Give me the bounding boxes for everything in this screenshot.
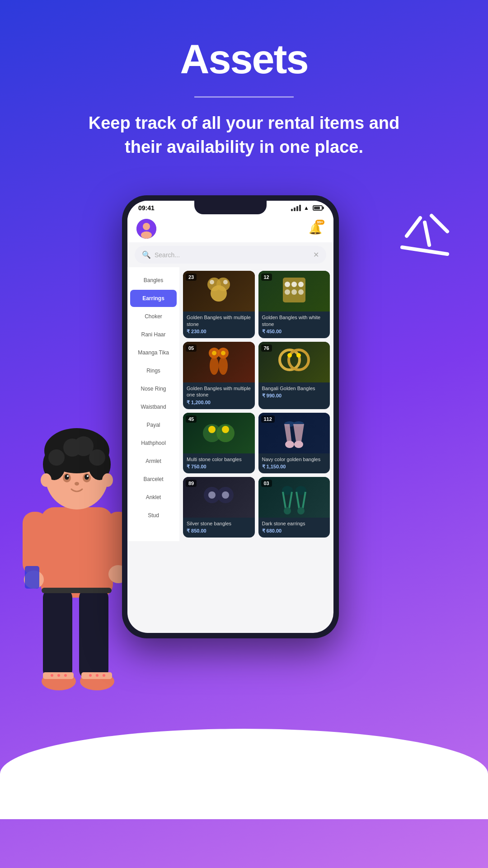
- header-divider: [194, 96, 294, 98]
- product-name: Golden Bangles with multiple one stone: [187, 385, 251, 398]
- app-header: 🔔 99+: [127, 213, 333, 242]
- svg-point-37: [96, 674, 99, 677]
- product-card[interactable]: 89 Silver stone bangles ₹ 850.00: [183, 477, 255, 538]
- notification-badge: 99+: [315, 220, 324, 225]
- svg-point-21: [84, 474, 89, 480]
- search-clear-icon[interactable]: ✕: [313, 250, 319, 259]
- product-price: ₹ 750.00: [187, 464, 251, 470]
- sidebar-item-earrings[interactable]: Earrings: [130, 290, 177, 307]
- product-price: ₹ 450.00: [262, 329, 327, 335]
- svg-point-59: [212, 351, 216, 355]
- product-info: Silver stone bangles ₹ 850.00: [183, 518, 255, 538]
- svg-point-53: [291, 289, 297, 295]
- sidebar-item-waistband[interactable]: Waistband: [130, 398, 177, 415]
- status-time: 09:41: [138, 204, 155, 212]
- svg-point-45: [211, 285, 227, 302]
- notification-button[interactable]: 🔔 99+: [306, 220, 324, 238]
- product-badge: 112: [261, 415, 275, 423]
- bottom-section: [0, 729, 488, 819]
- svg-rect-5: [23, 512, 47, 575]
- svg-rect-39: [42, 588, 112, 593]
- product-info: Bangali Golden Bangles ₹ 990.00: [258, 382, 330, 402]
- product-info: Dark stone earrings ₹ 680.00: [258, 518, 330, 538]
- product-badge: 89: [186, 480, 197, 487]
- svg-point-23: [87, 475, 89, 477]
- signal-bar-1: [291, 209, 293, 211]
- signal-bar-4: [299, 205, 301, 211]
- sidebar-item-maanga-tika[interactable]: Maanga Tika: [130, 344, 177, 361]
- svg-point-64: [296, 353, 301, 358]
- header-section: Assets Keep track of all your rental ite…: [86, 0, 402, 177]
- product-card[interactable]: 23 Golden Bangles with multiple stone ₹ …: [183, 271, 255, 338]
- svg-line-2: [432, 216, 447, 231]
- svg-line-3: [402, 247, 447, 254]
- svg-point-47: [223, 280, 228, 284]
- svg-point-49: [285, 282, 290, 287]
- svg-point-54: [298, 289, 304, 295]
- svg-point-46: [210, 280, 214, 284]
- product-price: ₹ 1,150.00: [262, 464, 327, 470]
- product-card[interactable]: 03 Dark stone earrings ₹ 680.00: [258, 477, 330, 538]
- svg-point-63: [287, 353, 292, 358]
- svg-point-51: [298, 282, 304, 287]
- svg-point-22: [67, 475, 69, 477]
- sidebar-item-rani-haar[interactable]: Rani Haar: [130, 326, 177, 343]
- svg-point-17: [74, 436, 94, 456]
- product-name: Golden Bangles with white stone: [262, 314, 327, 327]
- sidebar-item-payal[interactable]: Payal: [130, 416, 177, 434]
- product-card[interactable]: 05 Golden Bangles with multiple one ston…: [183, 342, 255, 409]
- sidebar-item-stud[interactable]: Stud: [130, 507, 177, 524]
- product-name: Multi stone color bangles: [187, 456, 251, 462]
- phone-notch: [194, 201, 267, 214]
- sidebar-item-choker[interactable]: Choker: [130, 308, 177, 325]
- product-info: Golden Bangles with white stone ₹ 450.00: [258, 311, 330, 338]
- svg-point-52: [285, 289, 290, 295]
- sidebar-item-bangles[interactable]: Bangles: [130, 272, 177, 289]
- content-area: Bangles Earrings Choker Rani Haar Maanga…: [127, 267, 333, 541]
- product-badge: 45: [186, 415, 197, 423]
- product-card[interactable]: 112 Navy color golden bangles ₹ 1,150.00: [258, 413, 330, 473]
- sidebar-item-nose-ring[interactable]: Nose Ring: [130, 380, 177, 397]
- product-badge: 76: [261, 344, 272, 352]
- svg-point-58: [219, 357, 228, 375]
- svg-point-72: [294, 441, 303, 448]
- product-card[interactable]: 45 Multi stone color bangles ₹ 750.00: [183, 413, 255, 473]
- svg-point-76: [222, 491, 229, 499]
- svg-point-80: [297, 507, 305, 514]
- svg-point-36: [89, 674, 92, 677]
- avatar[interactable]: [136, 219, 156, 239]
- search-bar[interactable]: 🔍 Search... ✕: [135, 246, 326, 264]
- page-title: Assets: [86, 36, 402, 83]
- svg-point-79: [284, 507, 291, 514]
- svg-point-41: [143, 223, 150, 230]
- sidebar-item-armlet[interactable]: Armlet: [130, 453, 177, 470]
- product-card[interactable]: 76 Bangali Golden Bangles ₹ 990.00: [258, 342, 330, 409]
- product-name: Navy color golden bangles: [262, 456, 327, 462]
- svg-point-75: [208, 491, 216, 499]
- svg-point-14: [48, 449, 65, 466]
- search-input[interactable]: Search...: [155, 251, 310, 259]
- svg-point-68: [222, 426, 229, 433]
- product-info: Golden Bangles with multiple stone ₹ 230…: [183, 311, 255, 338]
- search-icon: 🔍: [142, 250, 151, 259]
- svg-point-25: [41, 473, 52, 487]
- product-info: Golden Bangles with multiple one stone ₹…: [183, 382, 255, 409]
- svg-point-67: [208, 426, 216, 433]
- svg-point-38: [103, 674, 105, 677]
- product-name: Bangali Golden Bangles: [262, 385, 327, 392]
- wifi-icon: ▲: [304, 205, 309, 211]
- svg-point-50: [291, 282, 297, 287]
- product-badge: 12: [261, 274, 272, 281]
- product-card[interactable]: 12 Golden Bangles with white stone ₹ 450…: [258, 271, 330, 338]
- sidebar-item-anklet[interactable]: Anklet: [130, 489, 177, 506]
- sparkle-decoration: [389, 213, 452, 269]
- sidebar-item-barcelet[interactable]: Barcelet: [130, 471, 177, 488]
- phone-screen: 09:41 ▲: [127, 201, 333, 633]
- signal-bar-2: [294, 208, 296, 211]
- product-badge: 05: [186, 344, 197, 352]
- svg-point-26: [102, 473, 113, 487]
- svg-line-0: [407, 218, 420, 236]
- sidebar-item-rings[interactable]: Rings: [130, 362, 177, 379]
- sidebar-item-hathphool[interactable]: Hathphool: [130, 434, 177, 452]
- svg-rect-9: [25, 566, 39, 589]
